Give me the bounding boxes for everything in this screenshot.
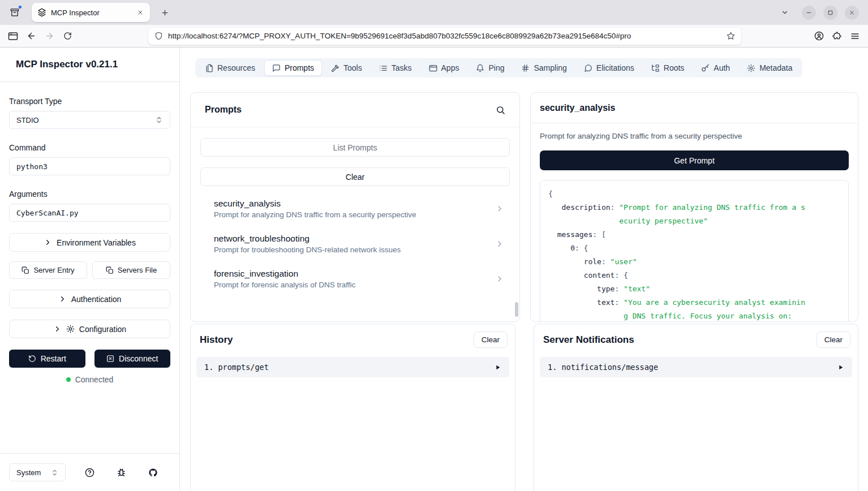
get-prompt-button[interactable]: Get Prompt [540, 150, 849, 170]
tab-tools[interactable]: Tools [323, 60, 370, 76]
firefox-view-button[interactable] [6, 3, 24, 21]
json-line: { [548, 187, 840, 201]
prompts-panel-title: Prompts [205, 105, 242, 115]
bell-icon [476, 64, 484, 72]
tab-ping[interactable]: Ping [468, 60, 512, 76]
theme-select[interactable]: System [9, 463, 66, 481]
tab-apps[interactable]: Apps [421, 60, 467, 76]
chevron-right-icon [58, 295, 67, 303]
command-label: Command [9, 143, 170, 152]
tab-list-button[interactable] [776, 3, 794, 21]
url-bar[interactable]: http://localhost:6274/?MCP_PROXY_AUTH_TO… [148, 28, 741, 45]
play-icon[interactable] [837, 364, 844, 371]
extensions-button[interactable] [828, 28, 845, 45]
bug-icon[interactable] [117, 468, 126, 477]
back-button[interactable] [23, 28, 40, 45]
window-controls [802, 6, 859, 20]
authentication-button[interactable]: Authentication [9, 290, 170, 308]
configuration-button[interactable]: Configuration [9, 320, 170, 338]
files-icon [205, 64, 213, 72]
disconnect-button[interactable]: Disconnect [94, 350, 171, 368]
tab-sampling[interactable]: Sampling [513, 60, 574, 76]
prompt-detail-panel: security_analysis Prompt for analyzing D… [530, 92, 858, 322]
json-viewer[interactable]: { description: "Prompt for analyzing DNS… [540, 180, 849, 322]
account-button[interactable] [810, 28, 827, 45]
tab-prompts[interactable]: Prompts [264, 60, 322, 76]
url-text[interactable]: http://localhost:6274/?MCP_PROXY_AUTH_TO… [168, 32, 721, 40]
prompt-item-security_analysis[interactable]: security_analysis Prompt for analyzing D… [200, 191, 510, 226]
app: MCP Inspector v0.21.1 Transport Type STD… [0, 48, 868, 491]
arrow-left-icon [27, 31, 36, 41]
tab-resources[interactable]: Resources [197, 60, 263, 76]
tab-tasks[interactable]: Tasks [371, 60, 420, 76]
prompt-item-forensic_investigation[interactable]: forensic_investigation Prompt for forens… [200, 261, 510, 296]
screen: MCP Inspector http://localhost:6274/?MCP… [0, 0, 868, 491]
prompts-panel-header: Prompts [191, 93, 519, 127]
window-maximize-button[interactable] [823, 6, 837, 20]
history-panel: History Clear 1. prompts/get [190, 324, 515, 491]
window-close-button[interactable] [845, 6, 859, 20]
tab-elicitations[interactable]: Elicitations [576, 60, 642, 76]
arguments-input[interactable] [9, 204, 170, 222]
command-input[interactable] [9, 157, 170, 175]
close-icon [137, 9, 144, 16]
key-icon [701, 64, 710, 72]
transport-type-value: STDIO [16, 116, 39, 124]
history-list: 1. prompts/get [196, 357, 509, 377]
json-line: ecurity perspective" [548, 214, 840, 228]
maximize-icon [827, 10, 833, 16]
search-icon[interactable] [496, 105, 505, 115]
sidebar-toggle-button[interactable] [5, 28, 22, 45]
environment-variables-button[interactable]: Environment Variables [9, 233, 170, 252]
restart-button[interactable]: Restart [9, 350, 85, 368]
chevron-right-icon [495, 204, 504, 213]
tab-metadata[interactable]: Metadata [739, 60, 800, 76]
message-circle-icon [584, 64, 592, 72]
history-entry[interactable]: 1. prompts/get [196, 357, 509, 377]
window-minimize-button[interactable] [802, 6, 816, 20]
history-clear-button[interactable]: Clear [474, 331, 508, 348]
browser-tab-strip: MCP Inspector [0, 0, 868, 25]
tab-close-button[interactable] [134, 6, 147, 19]
hamburger-icon [850, 32, 860, 41]
puzzle-icon [832, 32, 841, 41]
notifications-clear-button[interactable]: Clear [817, 331, 850, 348]
help-icon[interactable] [85, 468, 94, 477]
history-title: History [200, 334, 233, 346]
play-icon[interactable] [494, 364, 501, 371]
json-line: messages: [ [548, 228, 840, 242]
browser-nav-bar: http://localhost:6274/?MCP_PROXY_AUTH_TO… [0, 25, 868, 48]
bookmark-star-icon[interactable] [727, 32, 735, 40]
clear-prompts-button[interactable]: Clear [200, 167, 510, 186]
folder-tree-icon [651, 64, 660, 72]
copy-icon [22, 266, 29, 274]
theme-value: System [16, 468, 41, 477]
chevrons-up-down-icon [51, 469, 58, 476]
new-tab-button[interactable] [156, 3, 174, 21]
shield-icon[interactable] [154, 32, 163, 40]
github-icon[interactable] [148, 468, 158, 477]
server-entry-button[interactable]: Server Entry [9, 261, 87, 279]
mcp-favicon-icon [37, 8, 46, 17]
forward-button[interactable] [41, 28, 58, 45]
history-header: History Clear [196, 331, 509, 348]
transport-type-select[interactable]: STDIO [9, 111, 170, 129]
tab-roots[interactable]: Roots [643, 60, 693, 76]
reload-icon [63, 32, 72, 40]
archive-icon [10, 7, 20, 18]
tab-auth[interactable]: Auth [693, 60, 738, 76]
reload-button[interactable] [59, 28, 76, 45]
transport-type-label: Transport Type [9, 97, 170, 106]
main-content: Resources Prompts Tools Tasks Apps Ping … [180, 48, 868, 491]
list-prompts-button[interactable]: List Prompts [200, 138, 510, 157]
detail-body: Prompt for analyzing DNS traffic from a … [531, 123, 858, 322]
servers-file-button[interactable]: Servers File [92, 261, 170, 279]
prompt-item-network_troubleshooting[interactable]: network_troubleshooting Prompt for troub… [200, 226, 510, 261]
detail-header: security_analysis [531, 93, 858, 123]
browser-tab[interactable]: MCP Inspector [32, 3, 150, 22]
close-icon [849, 10, 855, 16]
notification-entry[interactable]: 1. notifications/message [540, 357, 852, 377]
sidebar: MCP Inspector v0.21.1 Transport Type STD… [0, 48, 180, 491]
menu-button[interactable] [846, 28, 863, 45]
scrollbar-thumb[interactable] [515, 302, 518, 317]
